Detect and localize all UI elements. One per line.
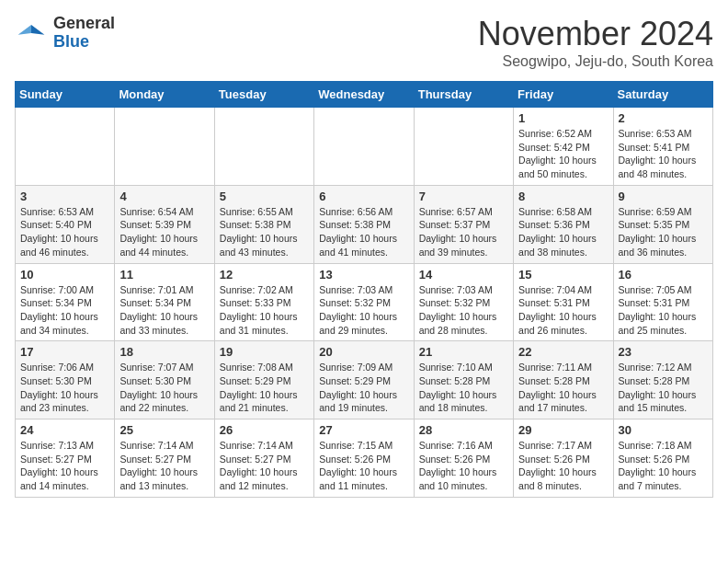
calendar-cell: 17Sunrise: 7:06 AMSunset: 5:30 PMDayligh… bbox=[16, 341, 115, 419]
day-number: 7 bbox=[419, 190, 508, 203]
weekday-header-tuesday: Tuesday bbox=[214, 82, 313, 108]
day-number: 3 bbox=[20, 190, 109, 203]
day-info: Sunrise: 7:00 AMSunset: 5:34 PMDaylight:… bbox=[20, 283, 109, 338]
weekday-header-friday: Friday bbox=[514, 82, 613, 108]
day-info: Sunrise: 6:55 AMSunset: 5:38 PMDaylight:… bbox=[220, 205, 309, 259]
weekday-header-monday: Monday bbox=[115, 82, 214, 108]
title-area: November 2024 Seogwipo, Jeju-do, South K… bbox=[478, 15, 713, 70]
day-number: 22 bbox=[518, 345, 608, 359]
calendar-cell: 28Sunrise: 7:16 AMSunset: 5:26 PMDayligh… bbox=[414, 419, 513, 498]
day-number: 9 bbox=[619, 190, 708, 203]
calendar-week-row: 24Sunrise: 7:13 AMSunset: 5:27 PMDayligh… bbox=[16, 419, 713, 498]
weekday-header-wednesday: Wednesday bbox=[314, 82, 414, 108]
calendar-cell: 8Sunrise: 6:58 AMSunset: 5:36 PMDaylight… bbox=[514, 185, 613, 263]
day-info: Sunrise: 6:57 AMSunset: 5:37 PMDaylight:… bbox=[419, 205, 508, 259]
calendar-cell: 30Sunrise: 7:18 AMSunset: 5:26 PMDayligh… bbox=[613, 419, 712, 498]
logo: General Blue bbox=[15, 15, 115, 52]
day-info: Sunrise: 7:16 AMSunset: 5:26 PMDaylight:… bbox=[419, 439, 508, 493]
day-info: Sunrise: 7:02 AMSunset: 5:33 PMDaylight:… bbox=[220, 283, 309, 338]
calendar-cell: 25Sunrise: 7:14 AMSunset: 5:27 PMDayligh… bbox=[115, 419, 214, 498]
logo-text: General Blue bbox=[53, 15, 115, 52]
day-number: 24 bbox=[20, 423, 109, 437]
day-info: Sunrise: 7:17 AMSunset: 5:26 PMDaylight:… bbox=[518, 439, 608, 493]
calendar-cell: 27Sunrise: 7:15 AMSunset: 5:26 PMDayligh… bbox=[314, 419, 414, 498]
day-info: Sunrise: 7:12 AMSunset: 5:28 PMDaylight:… bbox=[619, 361, 708, 415]
location-text: Seogwipo, Jeju-do, South Korea bbox=[478, 53, 713, 70]
day-info: Sunrise: 7:01 AMSunset: 5:34 PMDaylight:… bbox=[119, 283, 209, 338]
day-number: 13 bbox=[319, 268, 408, 282]
calendar-cell bbox=[314, 108, 414, 186]
calendar-table: SundayMondayTuesdayWednesdayThursdayFrid… bbox=[15, 81, 713, 498]
month-title: November 2024 bbox=[478, 15, 713, 53]
calendar-cell: 20Sunrise: 7:09 AMSunset: 5:29 PMDayligh… bbox=[314, 341, 414, 419]
calendar-cell bbox=[115, 108, 214, 186]
logo-blue-text: Blue bbox=[53, 33, 115, 52]
day-info: Sunrise: 7:03 AMSunset: 5:32 PMDaylight:… bbox=[319, 283, 408, 338]
calendar-cell: 19Sunrise: 7:08 AMSunset: 5:29 PMDayligh… bbox=[214, 341, 313, 419]
calendar-cell: 13Sunrise: 7:03 AMSunset: 5:32 PMDayligh… bbox=[314, 263, 414, 341]
day-info: Sunrise: 7:03 AMSunset: 5:32 PMDaylight:… bbox=[419, 283, 508, 338]
day-info: Sunrise: 7:07 AMSunset: 5:30 PMDaylight:… bbox=[119, 361, 209, 415]
day-number: 21 bbox=[419, 345, 508, 359]
svg-marker-1 bbox=[31, 25, 44, 35]
day-info: Sunrise: 6:59 AMSunset: 5:35 PMDaylight:… bbox=[619, 205, 708, 259]
calendar-cell: 23Sunrise: 7:12 AMSunset: 5:28 PMDayligh… bbox=[613, 341, 712, 419]
day-info: Sunrise: 6:52 AMSunset: 5:42 PMDaylight:… bbox=[518, 127, 608, 181]
day-number: 8 bbox=[518, 190, 608, 203]
day-number: 12 bbox=[220, 268, 309, 282]
day-info: Sunrise: 7:08 AMSunset: 5:29 PMDaylight:… bbox=[220, 361, 309, 415]
calendar-header: SundayMondayTuesdayWednesdayThursdayFrid… bbox=[16, 82, 713, 108]
day-number: 28 bbox=[419, 423, 508, 437]
calendar-cell: 2Sunrise: 6:53 AMSunset: 5:41 PMDaylight… bbox=[613, 108, 712, 186]
day-number: 17 bbox=[20, 345, 109, 359]
day-number: 16 bbox=[619, 268, 708, 282]
logo-general-text: General bbox=[53, 15, 115, 33]
day-info: Sunrise: 7:18 AMSunset: 5:26 PMDaylight:… bbox=[619, 439, 708, 493]
calendar-cell: 3Sunrise: 6:53 AMSunset: 5:40 PMDaylight… bbox=[16, 185, 115, 263]
calendar-cell: 21Sunrise: 7:10 AMSunset: 5:28 PMDayligh… bbox=[414, 341, 513, 419]
calendar-body: 1Sunrise: 6:52 AMSunset: 5:42 PMDaylight… bbox=[16, 108, 713, 498]
day-number: 10 bbox=[20, 268, 109, 282]
day-number: 29 bbox=[518, 423, 608, 437]
day-number: 20 bbox=[319, 345, 408, 359]
day-info: Sunrise: 7:10 AMSunset: 5:28 PMDaylight:… bbox=[419, 361, 508, 415]
calendar-cell: 15Sunrise: 7:04 AMSunset: 5:31 PMDayligh… bbox=[514, 263, 613, 341]
day-number: 1 bbox=[518, 111, 608, 125]
calendar-cell: 11Sunrise: 7:01 AMSunset: 5:34 PMDayligh… bbox=[115, 263, 214, 341]
svg-marker-2 bbox=[18, 25, 31, 35]
calendar-cell: 18Sunrise: 7:07 AMSunset: 5:30 PMDayligh… bbox=[115, 341, 214, 419]
weekday-header-sunday: Sunday bbox=[16, 82, 115, 108]
weekday-header-saturday: Saturday bbox=[613, 82, 712, 108]
page-header: General Blue November 2024 Seogwipo, Jej… bbox=[15, 15, 713, 70]
day-info: Sunrise: 7:11 AMSunset: 5:28 PMDaylight:… bbox=[518, 361, 608, 415]
calendar-week-row: 17Sunrise: 7:06 AMSunset: 5:30 PMDayligh… bbox=[16, 341, 713, 419]
day-info: Sunrise: 7:06 AMSunset: 5:30 PMDaylight:… bbox=[20, 361, 109, 415]
calendar-cell: 7Sunrise: 6:57 AMSunset: 5:37 PMDaylight… bbox=[414, 185, 513, 263]
calendar-cell: 1Sunrise: 6:52 AMSunset: 5:42 PMDaylight… bbox=[514, 108, 613, 186]
calendar-cell bbox=[214, 108, 313, 186]
day-info: Sunrise: 7:15 AMSunset: 5:26 PMDaylight:… bbox=[319, 439, 408, 493]
calendar-week-row: 3Sunrise: 6:53 AMSunset: 5:40 PMDaylight… bbox=[16, 185, 713, 263]
day-number: 2 bbox=[619, 111, 708, 125]
day-info: Sunrise: 6:58 AMSunset: 5:36 PMDaylight:… bbox=[518, 205, 608, 259]
day-info: Sunrise: 6:53 AMSunset: 5:41 PMDaylight:… bbox=[619, 127, 708, 181]
day-number: 5 bbox=[220, 190, 309, 203]
day-info: Sunrise: 7:09 AMSunset: 5:29 PMDaylight:… bbox=[319, 361, 408, 415]
day-info: Sunrise: 6:56 AMSunset: 5:38 PMDaylight:… bbox=[319, 205, 408, 259]
calendar-cell: 12Sunrise: 7:02 AMSunset: 5:33 PMDayligh… bbox=[214, 263, 313, 341]
calendar-week-row: 10Sunrise: 7:00 AMSunset: 5:34 PMDayligh… bbox=[16, 263, 713, 341]
day-number: 23 bbox=[619, 345, 708, 359]
calendar-cell: 16Sunrise: 7:05 AMSunset: 5:31 PMDayligh… bbox=[613, 263, 712, 341]
day-info: Sunrise: 7:05 AMSunset: 5:31 PMDaylight:… bbox=[619, 283, 708, 338]
calendar-cell: 10Sunrise: 7:00 AMSunset: 5:34 PMDayligh… bbox=[16, 263, 115, 341]
calendar-cell: 6Sunrise: 6:56 AMSunset: 5:38 PMDaylight… bbox=[314, 185, 414, 263]
day-number: 25 bbox=[119, 423, 209, 437]
day-number: 30 bbox=[619, 423, 708, 437]
day-number: 4 bbox=[119, 190, 209, 203]
day-info: Sunrise: 7:14 AMSunset: 5:27 PMDaylight:… bbox=[119, 439, 209, 493]
calendar-cell: 4Sunrise: 6:54 AMSunset: 5:39 PMDaylight… bbox=[115, 185, 214, 263]
logo-icon bbox=[15, 17, 48, 50]
calendar-cell: 14Sunrise: 7:03 AMSunset: 5:32 PMDayligh… bbox=[414, 263, 513, 341]
day-number: 18 bbox=[119, 345, 209, 359]
calendar-cell: 22Sunrise: 7:11 AMSunset: 5:28 PMDayligh… bbox=[514, 341, 613, 419]
